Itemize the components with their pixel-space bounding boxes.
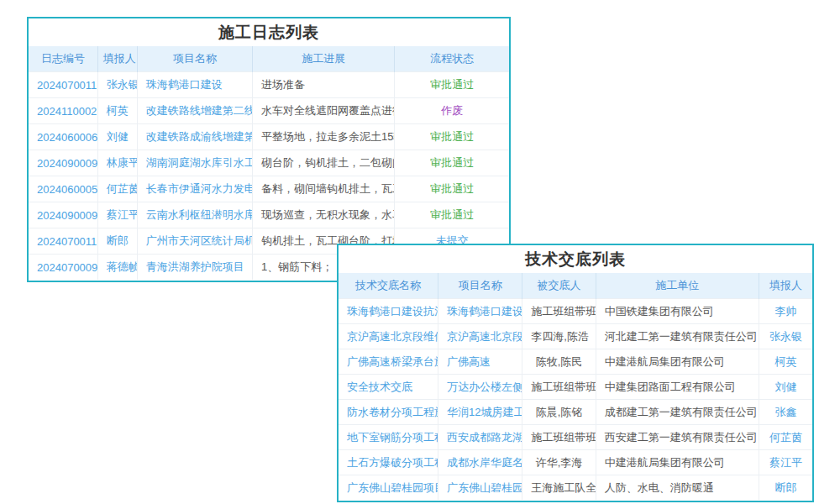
column-header: 被交底人 — [522, 273, 596, 299]
reporter-link[interactable]: 断郎 — [97, 228, 137, 255]
column-header: 施工单位 — [596, 273, 759, 299]
reporter-link[interactable]: 蒋德帧 — [97, 255, 137, 281]
receiver-text: 施工班组带班... — [522, 425, 596, 450]
table-row: 2024090009林康平湖南洞庭湖水库引水工程...砌台阶，钩机排土，二包砌间… — [29, 150, 509, 176]
status-badge: 审批通过 — [395, 124, 509, 150]
disclosure-name-link[interactable]: 珠海鹤港口建设抗浮... — [339, 299, 438, 324]
progress-text: 砌台阶，钩机排土，二包砌间... — [253, 150, 395, 176]
reporter-link[interactable]: 柯英 — [97, 98, 137, 124]
project-link[interactable]: 珠海鹤港口建设 — [438, 299, 522, 324]
column-header: 填报人 — [97, 46, 137, 72]
receiver-text: 王海施工队全队 — [522, 475, 596, 501]
progress-text: 进场准备 — [253, 72, 395, 98]
reporter-link[interactable]: 蔡江平 — [759, 450, 812, 475]
reporter-link[interactable]: 李帅 — [759, 299, 812, 324]
project-link[interactable]: 青海洪湖养护院项目 — [137, 255, 252, 281]
reporter-link[interactable]: 张永银 — [97, 72, 137, 98]
table-row: 2024090009蔡江平云南水利枢纽潜明水库一...现场巡查，无积水现象，水马… — [29, 202, 509, 228]
receiver-text: 李四海,陈浩 — [522, 324, 596, 349]
log-id-link[interactable]: 2024070009 — [29, 255, 97, 281]
disclosure-name-link[interactable]: 土石方爆破分项工程... — [339, 450, 438, 475]
reporter-link[interactable]: 何芷茵 — [97, 176, 137, 202]
reporter-link[interactable]: 刘健 — [759, 375, 812, 400]
column-header: 项目名称 — [137, 46, 252, 72]
progress-text: 备料，砌间墙钩机排土，瓦工... — [253, 176, 395, 202]
progress-text: 现场巡查，无积水现象，水马... — [253, 202, 395, 228]
unit-text: 成都建工第一建筑有限责任公司 — [596, 400, 759, 425]
project-link[interactable]: 长春市伊通河水力发电厂... — [137, 176, 252, 202]
project-link[interactable]: 湖南洞庭湖水库引水工程... — [137, 150, 252, 176]
reporter-link[interactable]: 蔡江平 — [97, 202, 137, 228]
reporter-link[interactable]: 何芷茵 — [759, 425, 812, 450]
project-link[interactable]: 改建铁路成渝线增建第二... — [137, 124, 252, 150]
log-id-link[interactable]: 2024060005 — [29, 176, 97, 202]
log-id-link[interactable]: 2024090009 — [29, 150, 97, 176]
project-link[interactable]: 万达办公楼左侧A... — [438, 375, 522, 400]
unit-text: 中建港航局集团有限公司 — [596, 450, 759, 475]
log-id-link[interactable]: 2024070011 — [29, 72, 97, 98]
project-link[interactable]: 西安成都路龙湖上... — [438, 425, 522, 450]
disclosure-name-link[interactable]: 安全技术交底 — [339, 375, 438, 400]
table-row: 防水卷材分项工程施...华润12城房建工...陈晨,陈铭成都建工第一建筑有限责任… — [339, 400, 812, 425]
receiver-text: 陈牧,陈民 — [522, 349, 596, 375]
log-id-link[interactable]: 2024070011 — [29, 228, 97, 255]
receiver-text: 施工班组带班... — [522, 375, 596, 400]
construction-log-title: 施工日志列表 — [29, 18, 509, 46]
unit-text: 人防、水电、消防暖通 — [596, 475, 759, 501]
table-row: 2024110002柯英改建铁路线增建第二线直...水车对全线遮阳网覆盖点进行.… — [29, 98, 509, 124]
reporter-link[interactable]: 张永银 — [759, 324, 812, 349]
project-link[interactable]: 广州市天河区统计局机房... — [137, 228, 252, 255]
reporter-link[interactable]: 林康平 — [97, 150, 137, 176]
tech-disclosure-panel: 技术交底列表 技术交底名称项目名称被交底人施工单位填报人 珠海鹤港口建设抗浮..… — [337, 244, 814, 502]
reporter-link[interactable]: 断郎 — [759, 475, 812, 501]
disclosure-name-link[interactable]: 广东佛山碧桂园项目... — [339, 475, 438, 501]
table-row: 地下室钢筋分项工程...西安成都路龙湖上...施工班组带班...西安建工第一建筑… — [339, 425, 812, 450]
unit-text: 西安建工第一建筑有限责任公司 — [596, 425, 759, 450]
reporter-link[interactable]: 刘健 — [97, 124, 137, 150]
table-row: 2024060005何芷茵长春市伊通河水力发电厂...备料，砌间墙钩机排土，瓦工… — [29, 176, 509, 202]
disclosure-name-link[interactable]: 京沪高速北京段维修... — [339, 324, 438, 349]
status-badge: 作废 — [395, 98, 509, 124]
log-id-link[interactable]: 2024060006 — [29, 124, 97, 150]
table-row: 广东佛山碧桂园项目...广东佛山碧桂园项目王海施工队全队人防、水电、消防暖通断郎 — [339, 475, 812, 501]
status-badge: 审批通过 — [395, 72, 509, 98]
project-link[interactable]: 成都水岸华庭名苑... — [438, 450, 522, 475]
reporter-link[interactable]: 张鑫 — [759, 400, 812, 425]
project-link[interactable]: 京沪高速北京段维修 — [438, 324, 522, 349]
receiver-text: 许华,李海 — [522, 450, 596, 475]
disclosure-name-link[interactable]: 广佛高速桥梁承台施... — [339, 349, 438, 375]
tech-disclosure-header-row: 技术交底名称项目名称被交底人施工单位填报人 — [339, 273, 812, 299]
progress-text: 水车对全线遮阳网覆盖点进行... — [253, 98, 395, 124]
receiver-text: 陈晨,陈铭 — [522, 400, 596, 425]
tech-disclosure-title: 技术交底列表 — [339, 245, 812, 273]
construction-log-panel: 施工日志列表 日志编号填报人项目名称施工进展流程状态 2024070011张永银… — [27, 17, 511, 282]
construction-log-header-row: 日志编号填报人项目名称施工进展流程状态 — [29, 46, 509, 72]
status-badge: 审批通过 — [395, 150, 509, 176]
disclosure-name-link[interactable]: 地下室钢筋分项工程... — [339, 425, 438, 450]
table-row: 安全技术交底万达办公楼左侧A...施工班组带班...中建集团路面工程有限公司刘健 — [339, 375, 812, 400]
project-link[interactable]: 华润12城房建工... — [438, 400, 522, 425]
project-link[interactable]: 珠海鹤港口建设 — [137, 72, 252, 98]
unit-text: 中建集团路面工程有限公司 — [596, 375, 759, 400]
column-header: 日志编号 — [29, 46, 97, 72]
project-link[interactable]: 广佛高速 — [438, 349, 522, 375]
disclosure-name-link[interactable]: 防水卷材分项工程施... — [339, 400, 438, 425]
receiver-text: 施工班组带班... — [522, 299, 596, 324]
reporter-link[interactable]: 柯英 — [759, 349, 812, 375]
column-header: 项目名称 — [438, 273, 522, 299]
unit-text: 中国铁建集团有限公司 — [596, 299, 759, 324]
project-link[interactable]: 改建铁路线增建第二线直... — [137, 98, 252, 124]
project-link[interactable]: 广东佛山碧桂园项目 — [438, 475, 522, 501]
log-id-link[interactable]: 2024110002 — [29, 98, 97, 124]
progress-text: 平整场地，拉走多余泥土15辆... — [253, 124, 395, 150]
table-row: 土石方爆破分项工程...成都水岸华庭名苑...许华,李海中建港航局集团有限公司蔡… — [339, 450, 812, 475]
log-id-link[interactable]: 2024090009 — [29, 202, 97, 228]
unit-text: 中建港航局集团有限公司 — [596, 349, 759, 375]
table-row: 2024070011张永银珠海鹤港口建设进场准备审批通过 — [29, 72, 509, 98]
column-header: 流程状态 — [395, 46, 509, 72]
column-header: 填报人 — [759, 273, 812, 299]
tech-disclosure-table: 技术交底名称项目名称被交底人施工单位填报人 珠海鹤港口建设抗浮...珠海鹤港口建… — [339, 273, 812, 500]
column-header: 施工进展 — [253, 46, 395, 72]
table-row: 广佛高速桥梁承台施...广佛高速陈牧,陈民中建港航局集团有限公司柯英 — [339, 349, 812, 375]
project-link[interactable]: 云南水利枢纽潜明水库一... — [137, 202, 252, 228]
